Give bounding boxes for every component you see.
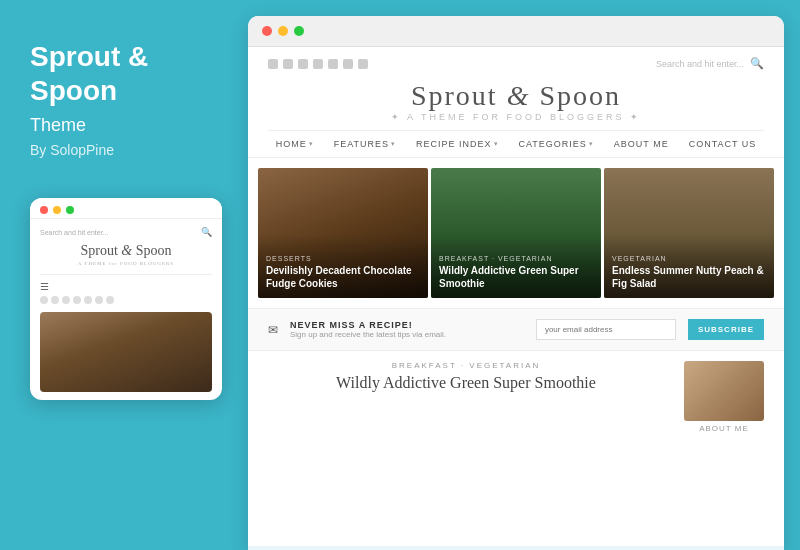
newsletter-icon: ✉ (268, 323, 278, 337)
site-logo-text: Sprout & Spoon (268, 80, 764, 112)
salad-title: Endless Summer Nutty Peach & Fig Salad (612, 264, 766, 290)
mobile-social-icon (84, 296, 92, 304)
browser-dot-yellow[interactable] (278, 26, 288, 36)
newsletter-email-input[interactable] (536, 319, 676, 340)
header-search[interactable]: Search and hit enter... 🔍 (656, 57, 764, 70)
smoothie-overlay: BREAKFAST · VEGETARIAN Wildly Addictive … (431, 235, 601, 298)
nav-home[interactable]: HOME ▾ (276, 139, 314, 149)
smoothie-title: Wildly Addictive Green Super Smoothie (439, 264, 593, 290)
website-content: Search and hit enter... 🔍 Sprout & Spoon… (248, 47, 784, 546)
newsletter-text-block: NEVER MISS A RECIPE! Sign up and receive… (290, 320, 524, 339)
mobile-food-image (40, 312, 212, 392)
newsletter-bar: ✉ NEVER MISS A RECIPE! Sign up and recei… (248, 308, 784, 351)
site-header: Search and hit enter... 🔍 Sprout & Spoon… (248, 47, 784, 158)
left-title: Sprout & Spoon (30, 40, 148, 107)
mobile-titlebar (30, 198, 222, 219)
logo-amp: & (507, 80, 540, 111)
mobile-dot-red (40, 206, 48, 214)
about-me-thumbnail (684, 361, 764, 421)
mobile-dot-yellow (53, 206, 61, 214)
grid-item-cookies[interactable]: DESSERTS Devilishly Decadent Chocolate F… (258, 168, 428, 298)
nav-categories-arrow: ▾ (589, 140, 594, 148)
mobile-hamburger-icon[interactable]: ☰ (40, 281, 212, 292)
salad-category: VEGETARIAN (612, 255, 766, 262)
social-icon-yt[interactable] (328, 59, 338, 69)
grid-item-smoothie[interactable]: BREAKFAST · VEGETARIAN Wildly Addictive … (431, 168, 601, 298)
mobile-cookies-image (40, 312, 212, 392)
title-line1: Sprout & (30, 41, 148, 72)
browser-panel: Search and hit enter... 🔍 Sprout & Spoon… (248, 16, 784, 550)
featured-title: Wildly Addictive Green Super Smoothie (268, 374, 664, 392)
featured-article: BREAKFAST · VEGETARIAN Wildly Addictive … (268, 361, 664, 433)
mobile-social-icon (73, 296, 81, 304)
left-panel: Sprout & Spoon Theme By SolopPine Search… (0, 0, 248, 550)
site-logo: Sprout & Spoon ✦ A THEME for FOOD BLOGGE… (268, 76, 764, 130)
social-icon-em[interactable] (358, 59, 368, 69)
social-icon-ig[interactable] (313, 59, 323, 69)
mobile-search-text: Search and hit enter... (40, 229, 109, 236)
mobile-body: Search and hit enter... 🔍 Sprout & Spoon… (30, 219, 222, 400)
nav-recipe-arrow: ▾ (494, 140, 499, 148)
nav-recipe-index[interactable]: RECIPE INDEX ▾ (416, 139, 499, 149)
about-me-label: ABOUT ME (684, 424, 764, 433)
mobile-logo-tagline: A THEME for FOOD BLOGGERS (40, 261, 212, 266)
mobile-social-icon (106, 296, 114, 304)
newsletter-title: NEVER MISS A RECIPE! (290, 320, 524, 330)
social-icon-pin[interactable] (298, 59, 308, 69)
image-grid: DESSERTS Devilishly Decadent Chocolate F… (248, 158, 784, 308)
cookies-title: Devilishly Decadent Chocolate Fudge Cook… (266, 264, 420, 290)
mobile-preview: Search and hit enter... 🔍 Sprout & Spoon… (30, 198, 222, 400)
nav-features[interactable]: FEATURES ▾ (334, 139, 396, 149)
left-subtitle: Theme (30, 115, 86, 136)
newsletter-subtitle: Sign up and receive the latest tips via … (290, 330, 524, 339)
smoothie-category: BREAKFAST · VEGETARIAN (439, 255, 593, 262)
featured-category: BREAKFAST · VEGETARIAN (268, 361, 664, 370)
mobile-social-icon (40, 296, 48, 304)
nav-home-arrow: ▾ (309, 140, 314, 148)
logo-sprout: Sprout (411, 80, 498, 111)
mobile-dot-green (66, 206, 74, 214)
salad-overlay: VEGETARIAN Endless Summer Nutty Peach & … (604, 235, 774, 298)
site-logo-tagline: ✦ A THEME for FOOD BLOGGERS ✦ (268, 112, 764, 122)
mobile-divider (40, 274, 212, 275)
mobile-social-icon (51, 296, 59, 304)
nav-features-arrow: ▾ (391, 140, 396, 148)
about-me-section: ABOUT ME (684, 361, 764, 433)
grid-item-salad[interactable]: VEGETARIAN Endless Summer Nutty Peach & … (604, 168, 774, 298)
site-nav: HOME ▾ FEATURES ▾ RECIPE INDEX ▾ CATEGOR… (268, 130, 764, 157)
title-line2: Spoon (30, 75, 117, 106)
cookies-overlay: DESSERTS Devilishly Decadent Chocolate F… (258, 235, 428, 298)
nav-categories[interactable]: CATEGORIES ▾ (519, 139, 594, 149)
bottom-content: BREAKFAST · VEGETARIAN Wildly Addictive … (248, 351, 784, 443)
cookies-category: DESSERTS (266, 255, 420, 262)
nav-contact[interactable]: CONTACT US (689, 139, 757, 149)
browser-titlebar (248, 16, 784, 47)
newsletter-subscribe-button[interactable]: SUBSCRIBE (688, 319, 764, 340)
header-top: Search and hit enter... 🔍 (268, 57, 764, 70)
header-search-text: Search and hit enter... (656, 59, 744, 69)
mobile-search-icon: 🔍 (201, 227, 212, 237)
browser-dot-green[interactable] (294, 26, 304, 36)
mobile-social-row (40, 296, 212, 304)
browser-dot-red[interactable] (262, 26, 272, 36)
logo-spoon: Spoon (539, 80, 621, 111)
mobile-social-icon (95, 296, 103, 304)
mobile-search-row: Search and hit enter... 🔍 (40, 227, 212, 237)
mobile-social-icon (62, 296, 70, 304)
social-icon-tw[interactable] (283, 59, 293, 69)
header-search-icon[interactable]: 🔍 (750, 57, 764, 70)
social-icon-rss[interactable] (343, 59, 353, 69)
nav-about[interactable]: ABOUT ME (614, 139, 669, 149)
social-icon-fb[interactable] (268, 59, 278, 69)
social-icons-row (268, 59, 368, 69)
mobile-logo: Sprout & Spoon (40, 243, 212, 259)
left-by: By SolopPine (30, 142, 114, 158)
